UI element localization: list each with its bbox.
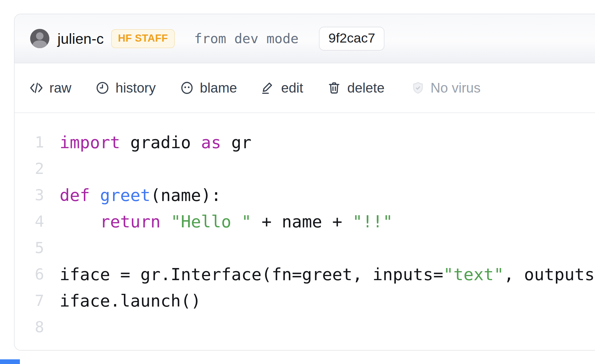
code-line: 2 bbox=[15, 156, 595, 182]
code-token: (name): bbox=[151, 185, 221, 205]
code-token: import bbox=[60, 133, 120, 152]
code-token: gradio bbox=[120, 133, 201, 152]
line-number[interactable]: 5 bbox=[15, 235, 44, 261]
toolbar-item-delete[interactable]: delete bbox=[327, 80, 384, 96]
code-line: 3def greet(name): bbox=[15, 182, 595, 208]
page: julien-c HF STAFF from dev mode 9f2cac7 … bbox=[0, 0, 595, 364]
toolbar-item-blame[interactable]: blame bbox=[179, 80, 237, 96]
bottom-left-blue-bar bbox=[0, 359, 20, 364]
code-line-text: import gradio as gr bbox=[44, 129, 252, 156]
code-line-text bbox=[44, 314, 60, 340]
toolbar-item-label: edit bbox=[281, 80, 303, 96]
line-number[interactable]: 6 bbox=[15, 261, 44, 288]
commit-message[interactable]: from dev mode bbox=[194, 31, 299, 46]
avatar[interactable] bbox=[30, 29, 49, 48]
code-line: 7iface.launch() bbox=[15, 288, 595, 314]
file-viewer-card: julien-c HF STAFF from dev mode 9f2cac7 … bbox=[14, 14, 595, 351]
toolbar-item-label: delete bbox=[347, 80, 384, 96]
toolbar-item-history[interactable]: history bbox=[95, 80, 156, 96]
code-token: + name + bbox=[252, 212, 352, 231]
code-icon bbox=[29, 80, 44, 95]
code-token: greet bbox=[100, 185, 151, 205]
file-toolbar: rawhistoryblameeditdelete No virus bbox=[15, 63, 595, 113]
code-token: "Hello " bbox=[171, 212, 252, 231]
clock-icon bbox=[95, 80, 110, 95]
username-link[interactable]: julien-c bbox=[57, 30, 104, 47]
virus-scan-label: No virus bbox=[430, 80, 480, 96]
commit-hash-chip[interactable]: 9f2cac7 bbox=[319, 27, 384, 51]
pencil-icon bbox=[261, 80, 275, 95]
code-line: 8 bbox=[15, 314, 595, 340]
line-number[interactable]: 3 bbox=[15, 182, 44, 208]
line-number[interactable]: 2 bbox=[15, 156, 44, 182]
code-token: iface = gr.Interface(fn=greet, inputs= bbox=[60, 265, 443, 284]
code-line: 5 bbox=[15, 235, 595, 261]
code-token: "!!" bbox=[352, 212, 393, 231]
line-number[interactable]: 8 bbox=[15, 314, 44, 340]
code-line-text: return "Hello " + name + "!!" bbox=[44, 208, 393, 235]
line-number[interactable]: 7 bbox=[15, 288, 44, 314]
code-line-text: iface.launch() bbox=[44, 288, 201, 314]
code-token: "text" bbox=[443, 265, 504, 284]
toolbar-item-raw[interactable]: raw bbox=[29, 80, 71, 96]
toolbar-items: rawhistoryblameeditdelete bbox=[29, 80, 384, 96]
code-line-text: iface = gr.Interface(fn=greet, inputs="t… bbox=[44, 261, 595, 288]
virus-scan-status: No virus bbox=[411, 80, 480, 96]
code-token: gr bbox=[221, 133, 252, 152]
hf-staff-badge: HF STAFF bbox=[111, 29, 175, 48]
code-token: return bbox=[100, 212, 161, 231]
code-token bbox=[60, 212, 100, 231]
toolbar-item-label: blame bbox=[200, 80, 237, 96]
code-token: , outputs bbox=[504, 265, 595, 284]
shield-check-icon bbox=[411, 80, 425, 95]
code-line: 1import gradio as gr bbox=[15, 129, 595, 156]
line-number[interactable]: 4 bbox=[15, 208, 44, 235]
code-token bbox=[90, 185, 100, 205]
code-token bbox=[161, 212, 171, 231]
code-line: 6iface = gr.Interface(fn=greet, inputs="… bbox=[15, 261, 595, 288]
code-token: def bbox=[60, 185, 90, 205]
toolbar-item-edit[interactable]: edit bbox=[261, 80, 303, 96]
toolbar-item-label: history bbox=[116, 80, 156, 96]
line-number[interactable]: 1 bbox=[15, 129, 44, 156]
code-line: 4 return "Hello " + name + "!!" bbox=[15, 208, 595, 235]
code-line-text bbox=[44, 235, 60, 261]
code-viewer: 1import gradio as gr23def greet(name):4 … bbox=[15, 113, 595, 340]
code-token: as bbox=[201, 133, 221, 152]
commit-header: julien-c HF STAFF from dev mode 9f2cac7 bbox=[15, 14, 595, 63]
code-line-text: def greet(name): bbox=[44, 182, 221, 208]
trash-icon bbox=[327, 80, 342, 95]
blame-face-icon bbox=[179, 80, 194, 95]
code-line-text bbox=[44, 156, 60, 182]
code-token: iface.launch() bbox=[60, 291, 201, 311]
toolbar-item-label: raw bbox=[49, 80, 71, 96]
